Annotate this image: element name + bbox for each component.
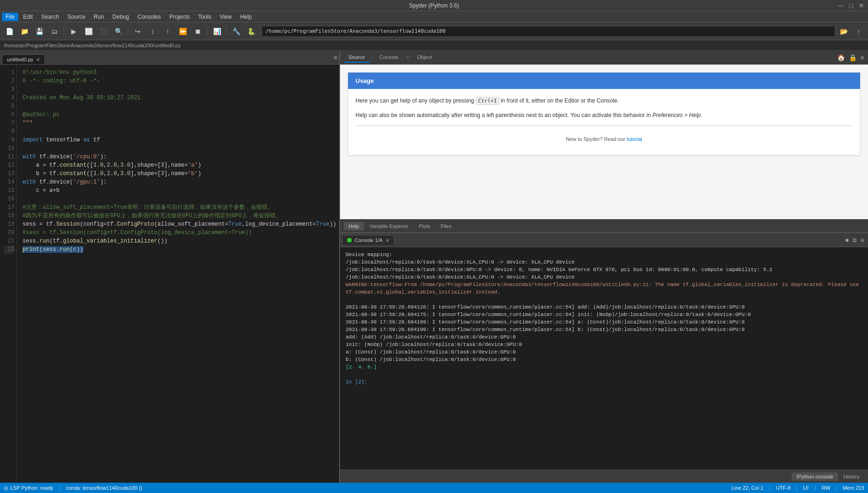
help-menu-icon[interactable]: ≡ xyxy=(861,54,864,61)
console-tab-close[interactable]: ✕ xyxy=(386,238,389,243)
tab-close-button[interactable]: ✕ xyxy=(36,57,40,62)
status-encoding: UTF-8 xyxy=(776,485,790,491)
toolbar-sep-2 xyxy=(128,27,128,36)
run-cell-next-button[interactable]: ⬛ xyxy=(97,25,110,38)
console-tab-label: Console 1/A xyxy=(355,237,383,243)
status-bar: ◎ LSP Python: ready | conda: tensorflow1… xyxy=(0,483,868,493)
usage-body-1: Here you can get help of any object by p… xyxy=(356,96,853,105)
tutorial-link[interactable]: tutorial xyxy=(627,136,642,142)
step-over-button[interactable]: ↕ xyxy=(146,25,159,38)
bottom-tab-variable-explorer[interactable]: Variable Explorer xyxy=(365,222,414,230)
usage-box: Usage Here you can get help of any objec… xyxy=(348,72,861,155)
go-button[interactable]: ↑ xyxy=(852,25,865,38)
settings-button[interactable]: 🔧 xyxy=(230,25,243,38)
editor-tab-untitled0[interactable]: untitled0.py ✕ xyxy=(2,54,45,64)
menu-consoles[interactable]: Consoles xyxy=(134,13,164,21)
bottom-tab-files[interactable]: Files xyxy=(436,222,456,230)
step-out-button[interactable]: ↑ xyxy=(161,25,174,38)
path-bar: /home/pc/ProgramFilesStore/Anaconda3/ten… xyxy=(261,26,835,37)
maximize-button[interactable]: □ xyxy=(849,2,853,9)
console-bottom-tab-ipython[interactable]: IPython console xyxy=(792,472,838,481)
usage-divider xyxy=(356,125,853,126)
title-bar: Spyder (Python 3.6) ─ □ ✕ xyxy=(0,0,868,11)
tab-source[interactable]: Source xyxy=(344,52,370,63)
menu-run[interactable]: Run xyxy=(90,13,108,21)
new-file-button[interactable]: 📄 xyxy=(3,25,16,38)
menu-search[interactable]: Search xyxy=(37,13,63,21)
menu-tools[interactable]: Tools xyxy=(194,13,215,21)
editor-tab-bar: untitled0.py ✕ ≡ xyxy=(0,51,339,65)
breadcrumb: /home/pc/ProgramFilesStore/Anaconda3/ten… xyxy=(0,40,868,51)
help-panel-controls: 🏠 🔒 ≡ xyxy=(837,54,864,61)
help-home-icon[interactable]: 🏠 xyxy=(837,54,845,61)
menu-source[interactable]: Source xyxy=(64,13,89,21)
console-menu-icon[interactable]: ≡ xyxy=(861,236,864,244)
save-all-button[interactable]: 🗂 xyxy=(48,25,61,38)
lsp-text: LSP Python: ready xyxy=(10,485,53,491)
window-controls[interactable]: ─ □ ✕ xyxy=(839,2,864,9)
console-tab-icon xyxy=(347,238,352,243)
memory-text: Mem 219 xyxy=(843,485,864,491)
step-into-button[interactable]: ↪ xyxy=(131,25,144,38)
breadcrumb-path: /home/pc/ProgramFilesStore/Anaconda3/ten… xyxy=(4,43,181,48)
menu-debug[interactable]: Debug xyxy=(109,13,133,21)
console-output-text: Device mapping: /job:localhost/replica:0… xyxy=(346,252,862,385)
console-tab-1[interactable]: Console 1/A ✕ xyxy=(342,235,394,245)
continue-button[interactable]: ⏩ xyxy=(176,25,189,38)
bottom-tab-plots[interactable]: Plots xyxy=(414,222,435,230)
open-file-button[interactable]: 📁 xyxy=(18,25,31,38)
help-lock-icon[interactable]: 🔒 xyxy=(849,54,857,61)
help-bottom-tab-bar: Help Variable Explorer Plots Files xyxy=(340,219,868,232)
encoding-text: UTF-8 xyxy=(776,485,790,491)
debug-button[interactable]: 🔍 xyxy=(112,25,125,38)
status-eol: LF xyxy=(803,485,809,491)
browse-button[interactable]: 📂 xyxy=(837,25,850,38)
minimize-button[interactable]: ─ xyxy=(839,2,844,9)
console-copy-icon[interactable]: ⧉ xyxy=(853,237,857,243)
help-panel: Source | Console ▼ Object 🏠 🔒 ≡ Usage xyxy=(340,51,868,233)
help-tab-bar: Source | Console ▼ Object 🏠 🔒 ≡ xyxy=(340,51,868,65)
lsp-icon: ◎ xyxy=(4,485,8,491)
position-text: Line 22, Col 1 xyxy=(732,485,764,491)
right-panel: Source | Console ▼ Object 🏠 🔒 ≡ Usage xyxy=(340,51,868,483)
tab-object[interactable]: Object xyxy=(412,52,437,63)
menu-projects[interactable]: Projects xyxy=(166,13,193,21)
toolbar: 📄 📁 💾 🗂 ▶ ⬜ ⬛ 🔍 ↪ ↕ ↑ ⏩ ⏹ 📊 🔧 🐍 /home/pc… xyxy=(0,22,868,40)
tab-menu-button[interactable]: ≡ xyxy=(334,54,337,61)
run-cell-button[interactable]: ⬜ xyxy=(82,25,95,38)
usage-body-2: Help can also be shown automatically aft… xyxy=(356,111,853,120)
app-title: Spyder (Python 3.6) xyxy=(409,2,459,9)
inspector-button[interactable]: 📊 xyxy=(210,25,223,38)
console-panel-controls: ■ ⧉ ≡ xyxy=(846,236,864,244)
menu-bar: File Edit Search Source Run Debug Consol… xyxy=(0,11,868,22)
python-button[interactable]: 🐍 xyxy=(245,25,258,38)
menu-view[interactable]: View xyxy=(216,13,236,21)
path-text: /home/pc/ProgramFilesStore/Anaconda3/ten… xyxy=(266,28,445,34)
stop-button[interactable]: ⏹ xyxy=(191,25,204,38)
usage-title: Usage xyxy=(356,77,374,84)
menu-file[interactable]: File xyxy=(2,13,18,21)
tab-sep-2: ▼ xyxy=(405,54,410,61)
toolbar-sep-4 xyxy=(226,27,227,36)
menu-help[interactable]: Help xyxy=(237,13,256,21)
tab-console[interactable]: Console xyxy=(375,52,403,63)
status-memory: Mem 219 xyxy=(843,485,864,491)
usage-header: Usage xyxy=(348,73,860,89)
code-content[interactable]: #!/usr/bin/env python3 # -*- coding: utf… xyxy=(17,65,339,483)
eol-text: LF xyxy=(803,485,809,491)
usage-body: Here you can get help of any object by p… xyxy=(348,89,860,155)
main-layout: untitled0.py ✕ ≡ 12345 678910 1112131415… xyxy=(0,51,868,483)
close-button[interactable]: ✕ xyxy=(859,2,864,9)
status-position: Line 22, Col 1 xyxy=(732,485,764,491)
menu-edit[interactable]: Edit xyxy=(19,13,37,21)
save-file-button[interactable]: 💾 xyxy=(33,25,46,38)
run-button[interactable]: ▶ xyxy=(67,25,80,38)
conda-text: conda: tensorflow1140cuda100 () xyxy=(66,485,142,491)
status-mode: RW xyxy=(822,485,830,491)
editor-panel: untitled0.py ✕ ≡ 12345 678910 1112131415… xyxy=(0,51,340,483)
console-stop-icon[interactable]: ■ xyxy=(846,237,849,243)
bottom-tab-help[interactable]: Help xyxy=(344,222,364,230)
status-conda: conda: tensorflow1140cuda100 () xyxy=(66,485,142,491)
console-bottom-tab-history[interactable]: History xyxy=(839,472,864,481)
code-area[interactable]: 12345 678910 1112131415 1617181920 2122 … xyxy=(0,65,339,483)
